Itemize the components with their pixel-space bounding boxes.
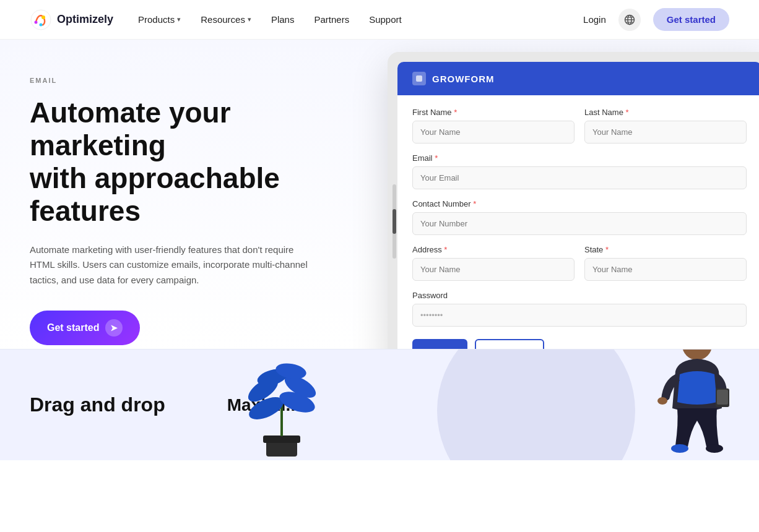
email-label-field: Email * <box>412 153 747 163</box>
drag-drop-label: Drag and drop <box>30 393 165 416</box>
state-label: State * <box>584 245 747 254</box>
navbar: Optimizely Products ▾ Resources ▾ Plans … <box>0 0 759 40</box>
hero-cta-button[interactable]: Get started ➤ <box>30 311 140 345</box>
svg-rect-11 <box>263 435 300 443</box>
globe-icon <box>624 14 635 25</box>
email-group: Email * <box>412 153 747 189</box>
save-button[interactable]: Save <box>412 339 467 349</box>
hero-description: Automate marketing with user-friendly fe… <box>30 242 314 288</box>
globe-button[interactable] <box>618 9 641 31</box>
arrow-circle-icon: ➤ <box>105 319 123 337</box>
continue-button[interactable]: Continue <box>475 339 545 349</box>
scrollbar-thumb <box>393 209 396 234</box>
login-link[interactable]: Login <box>583 14 606 25</box>
state-input[interactable] <box>584 258 747 281</box>
bottom-section: Drag and drop Maximi... <box>0 349 759 460</box>
form-actions: Save Continue <box>412 339 747 349</box>
svg-point-25 <box>706 444 723 453</box>
growform-icon <box>415 74 423 83</box>
last-name-group: Last Name * <box>584 108 747 144</box>
logo-icon <box>30 9 52 31</box>
form-body: First Name * Last Name * <box>397 95 759 349</box>
last-name-input[interactable] <box>584 121 747 144</box>
svg-point-1 <box>41 15 45 19</box>
form-header: GROWFORM <box>397 62 759 95</box>
hero-title: Automate your marketing with approachabl… <box>30 97 352 228</box>
svg-point-20 <box>657 397 667 405</box>
first-name-input[interactable] <box>412 121 575 144</box>
svg-rect-23 <box>717 390 728 405</box>
address-group: Address * <box>412 245 575 281</box>
address-label: Address * <box>412 245 575 254</box>
nav-partners[interactable]: Partners <box>314 14 349 25</box>
contact-input[interactable] <box>412 212 747 235</box>
svg-point-19 <box>682 349 712 360</box>
nav-right: Login Get started <box>583 8 729 31</box>
email-input[interactable] <box>412 166 747 189</box>
form-header-icon <box>412 72 426 85</box>
logo-text: Optimizely <box>57 13 113 26</box>
nav-links: Products ▾ Resources ▾ Plans Partners Su… <box>138 14 583 25</box>
svg-point-2 <box>40 23 43 26</box>
form-card-wrapper: GROWFORM First Name * L <box>388 52 759 349</box>
form-header-title: GROWFORM <box>432 74 494 84</box>
password-group: Password <box>412 291 747 327</box>
nav-support[interactable]: Support <box>369 14 402 25</box>
logo[interactable]: Optimizely <box>30 9 113 31</box>
nav-resources[interactable]: Resources ▾ <box>201 14 251 25</box>
svg-rect-9 <box>416 75 422 82</box>
svg-point-3 <box>35 20 38 24</box>
svg-point-0 <box>31 10 51 30</box>
contact-label: Contact Number * <box>412 199 747 208</box>
contact-group: Contact Number * <box>412 199 747 235</box>
password-label: Password <box>412 291 747 300</box>
products-chevron-icon: ▾ <box>177 15 181 24</box>
last-name-label: Last Name * <box>584 108 747 117</box>
nav-plans[interactable]: Plans <box>271 14 295 25</box>
name-row: First Name * Last Name * <box>412 108 747 144</box>
nav-products[interactable]: Products ▾ <box>138 14 181 25</box>
person-illustration <box>635 349 734 460</box>
tablet-scrollbar[interactable] <box>393 184 396 259</box>
password-input[interactable] <box>412 304 747 327</box>
password-row: Password <box>412 291 747 327</box>
first-name-group: First Name * <box>412 108 575 144</box>
first-name-label: First Name * <box>412 108 575 117</box>
circle-decoration <box>437 349 635 460</box>
email-row: Email * <box>412 153 747 189</box>
address-row: Address * State * <box>412 245 747 281</box>
get-started-nav-button[interactable]: Get started <box>653 8 729 31</box>
contact-row: Contact Number * <box>412 199 747 235</box>
tablet-frame: GROWFORM First Name * L <box>388 52 759 349</box>
plant-illustration <box>235 349 328 460</box>
address-input[interactable] <box>412 258 575 281</box>
hero-section: EMAIL Automate your marketing with appro… <box>0 40 759 349</box>
state-group: State * <box>584 245 747 281</box>
tablet-inner: GROWFORM First Name * L <box>397 62 759 349</box>
resources-chevron-icon: ▾ <box>248 15 251 24</box>
svg-point-24 <box>671 444 688 453</box>
